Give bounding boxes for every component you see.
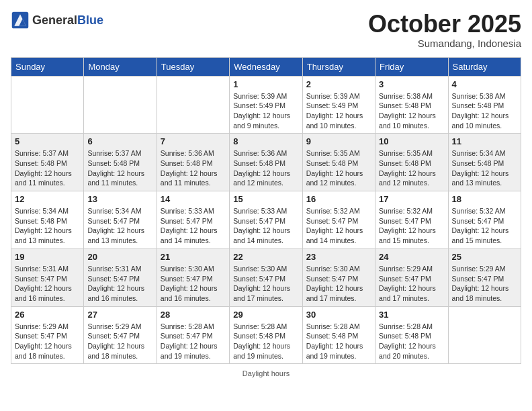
- day-number: 4: [452, 79, 517, 89]
- day-number: 28: [161, 310, 226, 320]
- calendar-cell: 10Sunrise: 5:35 AMSunset: 5:48 PMDayligh…: [375, 134, 448, 191]
- day-number: 18: [452, 194, 517, 204]
- page-header: GeneralBlue October 2025 Sumandang, Indo…: [11, 11, 521, 49]
- calendar-table: SundayMondayTuesdayWednesdayThursdayFrid…: [11, 57, 521, 365]
- calendar-cell: 30Sunrise: 5:28 AMSunset: 5:48 PMDayligh…: [302, 306, 375, 364]
- day-number: 15: [233, 194, 298, 204]
- day-number: 10: [379, 136, 444, 146]
- calendar-day-header: Saturday: [448, 57, 521, 76]
- calendar-cell: [84, 76, 157, 134]
- calendar-cell: 9Sunrise: 5:35 AMSunset: 5:48 PMDaylight…: [302, 134, 375, 191]
- day-number: 7: [161, 136, 226, 146]
- day-info: Sunrise: 5:28 AMSunset: 5:48 PMDaylight:…: [233, 322, 298, 361]
- calendar-cell: 25Sunrise: 5:29 AMSunset: 5:47 PMDayligh…: [448, 248, 521, 306]
- day-number: 27: [87, 310, 152, 320]
- day-info: Sunrise: 5:35 AMSunset: 5:48 PMDaylight:…: [379, 148, 444, 188]
- day-info: Sunrise: 5:30 AMSunset: 5:47 PMDaylight:…: [306, 264, 371, 304]
- calendar-cell: 23Sunrise: 5:30 AMSunset: 5:47 PMDayligh…: [302, 248, 375, 306]
- calendar-week-row: 5Sunrise: 5:37 AMSunset: 5:48 PMDaylight…: [11, 134, 521, 191]
- day-number: 24: [379, 252, 444, 262]
- day-info: Sunrise: 5:32 AMSunset: 5:47 PMDaylight:…: [306, 206, 371, 246]
- day-number: 30: [306, 310, 371, 320]
- calendar-cell: 29Sunrise: 5:28 AMSunset: 5:48 PMDayligh…: [230, 306, 302, 364]
- day-info: Sunrise: 5:28 AMSunset: 5:47 PMDaylight:…: [161, 322, 226, 361]
- day-number: 3: [379, 79, 444, 89]
- calendar-cell: 15Sunrise: 5:33 AMSunset: 5:47 PMDayligh…: [230, 191, 302, 249]
- day-info: Sunrise: 5:28 AMSunset: 5:48 PMDaylight:…: [379, 322, 444, 361]
- calendar-day-header: Wednesday: [230, 57, 302, 76]
- calendar-week-row: 26Sunrise: 5:29 AMSunset: 5:47 PMDayligh…: [11, 306, 521, 364]
- day-info: Sunrise: 5:35 AMSunset: 5:48 PMDaylight:…: [306, 148, 371, 188]
- day-info: Sunrise: 5:32 AMSunset: 5:47 PMDaylight:…: [379, 206, 444, 246]
- calendar-header-row: SundayMondayTuesdayWednesdayThursdayFrid…: [11, 57, 521, 76]
- day-number: 11: [452, 136, 517, 146]
- day-info: Sunrise: 5:37 AMSunset: 5:48 PMDaylight:…: [15, 148, 80, 188]
- day-info: Sunrise: 5:30 AMSunset: 5:47 PMDaylight:…: [233, 264, 298, 304]
- day-info: Sunrise: 5:33 AMSunset: 5:47 PMDaylight:…: [233, 206, 298, 246]
- logo: GeneralBlue: [11, 11, 103, 30]
- day-info: Sunrise: 5:34 AMSunset: 5:47 PMDaylight:…: [87, 206, 152, 246]
- calendar-cell: 20Sunrise: 5:31 AMSunset: 5:47 PMDayligh…: [84, 248, 157, 306]
- day-number: 13: [87, 194, 152, 204]
- day-number: 26: [15, 310, 80, 320]
- day-info: Sunrise: 5:33 AMSunset: 5:47 PMDaylight:…: [161, 206, 226, 246]
- footer-note: Daylight hours: [11, 369, 521, 377]
- logo-text-general: GeneralBlue: [32, 13, 103, 28]
- calendar-day-header: Tuesday: [157, 57, 229, 76]
- calendar-cell: 13Sunrise: 5:34 AMSunset: 5:47 PMDayligh…: [84, 191, 157, 249]
- day-number: 29: [233, 310, 298, 320]
- calendar-cell: 31Sunrise: 5:28 AMSunset: 5:48 PMDayligh…: [375, 306, 448, 364]
- day-info: Sunrise: 5:39 AMSunset: 5:49 PMDaylight:…: [306, 91, 371, 131]
- day-number: 23: [306, 252, 371, 262]
- day-info: Sunrise: 5:29 AMSunset: 5:47 PMDaylight:…: [452, 264, 517, 304]
- day-info: Sunrise: 5:38 AMSunset: 5:48 PMDaylight:…: [452, 91, 517, 131]
- day-number: 21: [161, 252, 226, 262]
- logo-icon: [11, 11, 30, 30]
- day-info: Sunrise: 5:29 AMSunset: 5:47 PMDaylight:…: [87, 322, 152, 361]
- calendar-cell: 7Sunrise: 5:36 AMSunset: 5:48 PMDaylight…: [157, 134, 229, 191]
- day-number: 16: [306, 194, 371, 204]
- day-info: Sunrise: 5:28 AMSunset: 5:48 PMDaylight:…: [306, 322, 371, 361]
- day-number: 9: [306, 136, 371, 146]
- calendar-day-header: Monday: [84, 57, 157, 76]
- day-info: Sunrise: 5:39 AMSunset: 5:49 PMDaylight:…: [233, 91, 298, 131]
- day-info: Sunrise: 5:34 AMSunset: 5:48 PMDaylight:…: [15, 206, 80, 246]
- calendar-cell: 28Sunrise: 5:28 AMSunset: 5:47 PMDayligh…: [157, 306, 229, 364]
- day-number: 14: [161, 194, 226, 204]
- calendar-cell: [157, 76, 229, 134]
- day-info: Sunrise: 5:38 AMSunset: 5:48 PMDaylight:…: [379, 91, 444, 131]
- calendar-week-row: 1Sunrise: 5:39 AMSunset: 5:49 PMDaylight…: [11, 76, 521, 134]
- calendar-cell: 17Sunrise: 5:32 AMSunset: 5:47 PMDayligh…: [375, 191, 448, 249]
- calendar-cell: 3Sunrise: 5:38 AMSunset: 5:48 PMDaylight…: [375, 76, 448, 134]
- calendar-cell: 14Sunrise: 5:33 AMSunset: 5:47 PMDayligh…: [157, 191, 229, 249]
- calendar-week-row: 19Sunrise: 5:31 AMSunset: 5:47 PMDayligh…: [11, 248, 521, 306]
- calendar-cell: 8Sunrise: 5:36 AMSunset: 5:48 PMDaylight…: [230, 134, 302, 191]
- day-info: Sunrise: 5:34 AMSunset: 5:48 PMDaylight:…: [452, 148, 517, 188]
- calendar-week-row: 12Sunrise: 5:34 AMSunset: 5:48 PMDayligh…: [11, 191, 521, 249]
- calendar-cell: 11Sunrise: 5:34 AMSunset: 5:48 PMDayligh…: [448, 134, 521, 191]
- day-info: Sunrise: 5:29 AMSunset: 5:47 PMDaylight:…: [15, 322, 80, 361]
- calendar-cell: 24Sunrise: 5:29 AMSunset: 5:47 PMDayligh…: [375, 248, 448, 306]
- calendar-cell: 2Sunrise: 5:39 AMSunset: 5:49 PMDaylight…: [302, 76, 375, 134]
- day-info: Sunrise: 5:36 AMSunset: 5:48 PMDaylight:…: [233, 148, 298, 188]
- day-number: 2: [306, 79, 371, 89]
- calendar-cell: 18Sunrise: 5:32 AMSunset: 5:47 PMDayligh…: [448, 191, 521, 249]
- day-number: 25: [452, 252, 517, 262]
- calendar-day-header: Friday: [375, 57, 448, 76]
- calendar-cell: 5Sunrise: 5:37 AMSunset: 5:48 PMDaylight…: [11, 134, 84, 191]
- day-info: Sunrise: 5:32 AMSunset: 5:47 PMDaylight:…: [452, 206, 517, 246]
- calendar-cell: [11, 76, 84, 134]
- calendar-cell: 26Sunrise: 5:29 AMSunset: 5:47 PMDayligh…: [11, 306, 84, 364]
- location-subtitle: Sumandang, Indonesia: [368, 38, 521, 49]
- day-number: 12: [15, 194, 80, 204]
- day-number: 19: [15, 252, 80, 262]
- calendar-cell: 27Sunrise: 5:29 AMSunset: 5:47 PMDayligh…: [84, 306, 157, 364]
- day-info: Sunrise: 5:30 AMSunset: 5:47 PMDaylight:…: [161, 264, 226, 304]
- calendar-day-header: Sunday: [11, 57, 84, 76]
- day-number: 31: [379, 310, 444, 320]
- day-number: 5: [15, 136, 80, 146]
- day-info: Sunrise: 5:29 AMSunset: 5:47 PMDaylight:…: [379, 264, 444, 304]
- day-info: Sunrise: 5:31 AMSunset: 5:47 PMDaylight:…: [87, 264, 152, 304]
- calendar-cell: 19Sunrise: 5:31 AMSunset: 5:47 PMDayligh…: [11, 248, 84, 306]
- month-title: October 2025: [368, 11, 521, 38]
